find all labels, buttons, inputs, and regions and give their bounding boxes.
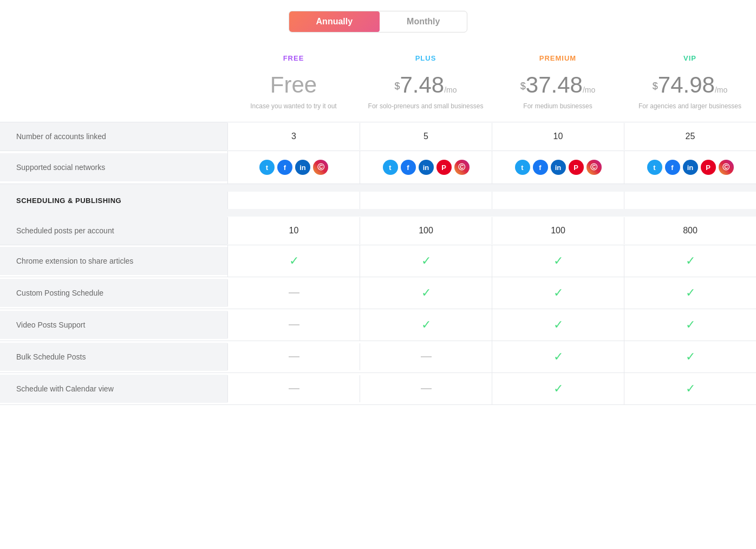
val-social-plus: t f in P Ⓒ (360, 151, 492, 184)
val-bulk-plus (360, 343, 492, 370)
val-chrome-vip: ✓ (624, 245, 756, 277)
val-scheduled-vip: 800 (624, 217, 756, 244)
val-bulk-premium: ✓ (492, 341, 624, 372)
plan-plus-period: /mo (444, 86, 457, 94)
val-video-premium: ✓ (492, 309, 624, 341)
plan-free-desc: Incase you wanted to try it out (230, 101, 357, 111)
feature-chrome-ext: Chrome extension to share articles (0, 247, 227, 275)
feature-video-posts: Video Posts Support (0, 311, 227, 339)
val-custom-plus: ✓ (360, 277, 492, 309)
dash-bulk-free (289, 356, 299, 357)
annually-button[interactable]: Annually (289, 11, 380, 32)
check-chrome-vip: ✓ (686, 254, 695, 267)
row-video-posts: Video Posts Support ✓ ✓ ✓ (0, 309, 756, 341)
val-accounts-free: 3 (227, 123, 360, 150)
check-video-vip: ✓ (686, 318, 695, 331)
val-chrome-free: ✓ (227, 245, 360, 277)
linkedin-icon-premium: in (551, 160, 566, 175)
billing-toggle: Annually Monthly (289, 11, 468, 49)
plan-premium-desc: For medium businesses (494, 101, 621, 111)
section-scheduling-header: SCHEDULING & PUBLISHING (0, 184, 756, 217)
social-icons-free: t f in Ⓒ (231, 160, 357, 175)
val-custom-vip: ✓ (624, 277, 756, 309)
check-chrome-premium: ✓ (553, 254, 563, 267)
linkedin-icon-vip: in (683, 160, 698, 175)
pinterest-icon-premium: P (569, 160, 584, 175)
linkedin-icon-plus: in (419, 160, 434, 175)
plan-plus-amount: 7.48 (400, 72, 444, 97)
val-accounts-vip: 25 (624, 123, 756, 150)
twitter-icon-free: t (259, 160, 275, 175)
feature-bulk-schedule: Bulk Schedule Posts (0, 343, 227, 371)
row-calendar-view: Schedule with Calendar view ✓ ✓ (0, 373, 756, 405)
linkedin-icon-free: in (295, 160, 310, 175)
instagram-icon-vip: Ⓒ (719, 160, 734, 175)
row-chrome-ext: Chrome extension to share articles ✓ ✓ ✓… (0, 245, 756, 277)
row-custom-posting: Custom Posting Schedule ✓ ✓ ✓ (0, 277, 756, 309)
monthly-button[interactable]: Monthly (380, 11, 467, 32)
val-video-plus: ✓ (360, 309, 492, 341)
plan-premium-period: /mo (583, 86, 595, 94)
val-chrome-premium: ✓ (492, 245, 624, 277)
check-chrome-plus: ✓ (421, 254, 431, 267)
plan-free-price: Free (230, 72, 357, 98)
twitter-icon-premium: t (515, 160, 530, 175)
val-bulk-vip: ✓ (624, 341, 756, 372)
val-calendar-vip: ✓ (624, 373, 756, 404)
instagram-icon-premium: Ⓒ (586, 160, 602, 175)
section-scheduling-vip (624, 192, 756, 209)
val-calendar-free (227, 375, 360, 402)
val-scheduled-premium: 100 (492, 217, 624, 244)
val-accounts-premium: 10 (492, 123, 624, 150)
row-bulk-schedule: Bulk Schedule Posts ✓ ✓ (0, 341, 756, 373)
feature-calendar-view: Schedule with Calendar view (0, 375, 227, 403)
val-video-free (227, 311, 360, 338)
plan-vip-name: VIP (627, 54, 753, 62)
val-chrome-plus: ✓ (360, 245, 492, 277)
plan-plus-currency: $ (394, 81, 400, 92)
plan-premium-name: PREMIUM (494, 54, 621, 62)
plan-vip-currency: $ (653, 81, 658, 92)
check-video-plus: ✓ (421, 318, 431, 331)
section-scheduling-free (227, 192, 360, 209)
plan-premium-currency: $ (520, 81, 526, 92)
check-custom-plus: ✓ (421, 286, 431, 299)
social-icons-plus: t f in P Ⓒ (363, 160, 489, 175)
plan-vip: VIP $74.98/mo For agencies and larger bu… (624, 49, 756, 122)
check-custom-premium: ✓ (553, 286, 563, 299)
val-calendar-premium: ✓ (492, 373, 624, 404)
section-scheduling-plus (360, 192, 492, 209)
pricing-table: Number of accounts linked 3 5 10 25 Supp… (0, 122, 756, 405)
facebook-icon-premium: f (533, 160, 548, 175)
val-custom-free (227, 279, 360, 306)
plan-plus-name: PLUS (362, 54, 489, 62)
plan-vip-period: /mo (715, 86, 727, 94)
instagram-icon-free: Ⓒ (313, 160, 328, 175)
row-social-networks: Supported social networks t f in Ⓒ t f i… (0, 151, 756, 184)
row-accounts-linked: Number of accounts linked 3 5 10 25 (0, 122, 756, 151)
plan-vip-desc: For agencies and larger businesses (627, 101, 753, 111)
dash-calendar-plus (421, 388, 432, 389)
check-bulk-premium: ✓ (553, 350, 563, 363)
val-social-premium: t f in P Ⓒ (492, 151, 624, 184)
val-calendar-plus (360, 375, 492, 402)
twitter-icon-vip: t (647, 160, 662, 175)
plan-plus: PLUS $7.48/mo For solo-preneurs and smal… (360, 49, 492, 122)
check-custom-vip: ✓ (686, 286, 695, 299)
twitter-icon-plus: t (383, 160, 398, 175)
val-social-vip: t f in P Ⓒ (624, 151, 756, 184)
dash-calendar-free (289, 388, 299, 389)
feature-custom-posting: Custom Posting Schedule (0, 279, 227, 307)
check-chrome-free: ✓ (289, 254, 299, 267)
facebook-icon-vip: f (665, 160, 680, 175)
section-scheduling-premium (492, 192, 624, 209)
instagram-icon-plus: Ⓒ (454, 160, 470, 175)
plan-vip-amount: 74.98 (658, 72, 715, 97)
check-calendar-premium: ✓ (553, 382, 563, 395)
toggle-container: Annually Monthly (289, 11, 468, 32)
val-social-free: t f in Ⓒ (227, 151, 360, 184)
plan-premium: PREMIUM $37.48/mo For medium businesses (492, 49, 624, 122)
plan-free-name: FREE (230, 54, 357, 62)
val-scheduled-free: 10 (227, 217, 360, 244)
check-calendar-vip: ✓ (686, 382, 695, 395)
